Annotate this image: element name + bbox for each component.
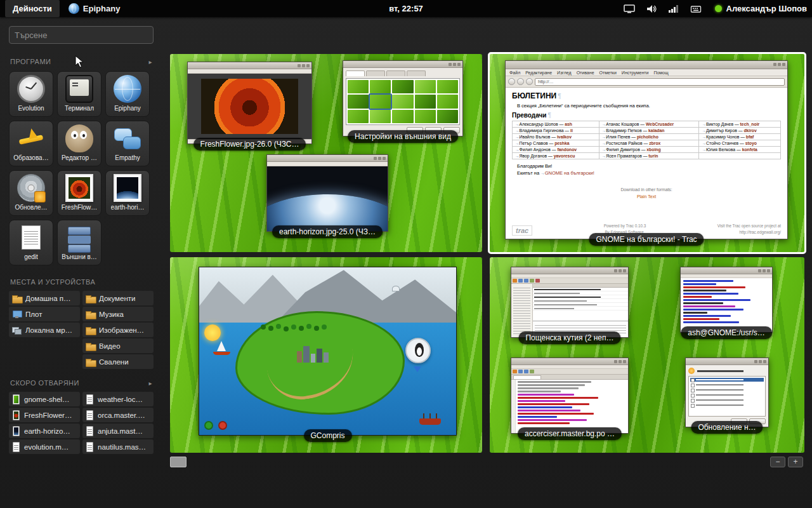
keyboard-indicator-icon[interactable] — [690, 4, 702, 14]
app-tile-gimp[interactable]: Редактор … — [57, 121, 102, 166]
place-label: Плот — [25, 311, 43, 318]
place-documents[interactable]: Документи — [82, 291, 154, 305]
sun-icon — [204, 324, 221, 341]
recent-label: nautilus.mas… — [98, 443, 146, 451]
window-evolution-mail[interactable]: Пощенска кутия (2 неп… — [511, 267, 629, 338]
desktop-icon — [12, 310, 22, 319]
recent-item[interactable]: earth-horizo… — [9, 424, 80, 438]
recent-item[interactable]: FreshFlower… — [9, 408, 80, 422]
app-tile-earth-horizon[interactable]: earth-hori… — [105, 170, 150, 216]
place-home[interactable]: Домашна п… — [9, 291, 80, 305]
app-tile-gcompris[interactable]: Образова… — [9, 121, 53, 166]
window-titlebar — [188, 62, 311, 69]
app-label: Epiphany — [114, 105, 141, 112]
remove-workspace-button[interactable]: − — [770, 457, 785, 467]
text-file-icon — [86, 442, 94, 452]
external-drives-icon — [65, 224, 93, 251]
window-appearance-settings[interactable]: Настройки на външния вид — [343, 60, 463, 137]
window-title-pill: FreshFlower.jpg-26.0 (ЧЗС… — [193, 138, 306, 150]
window-gedit[interactable]: accerciser.master.bg.po … — [511, 358, 629, 434]
programs-expand-arrow-icon[interactable]: ▸ — [148, 58, 152, 65]
trac-team-line: Екипът на →GNOME на български! — [512, 170, 781, 176]
window-epiphany-trac[interactable]: ФайлРедактиранеИзгледОтиванеОтметкиИнстр… — [505, 60, 788, 239]
back-button-icon — [508, 78, 515, 85]
window-title-pill: GNOME на български! - Trac — [589, 233, 704, 246]
add-workspace-button[interactable]: + — [788, 457, 803, 467]
app-menu[interactable]: Epiphany — [69, 3, 121, 14]
folder-icon — [86, 358, 95, 366]
window-titlebar — [681, 267, 772, 274]
volume-icon[interactable] — [646, 4, 657, 14]
display-icon[interactable] — [624, 4, 635, 14]
recent-item[interactable]: anjuta.mast… — [82, 424, 154, 438]
home-folder-icon — [12, 294, 22, 303]
recent-item[interactable]: nautilus.mas… — [82, 439, 154, 454]
trac-logo: trac — [512, 225, 532, 236]
place-music[interactable]: Музика — [82, 307, 154, 321]
gnome-shell-overview: Дейности Epiphany вт, 22:57 Александър Ш — [0, 0, 812, 508]
place-videos[interactable]: Видео — [82, 338, 154, 353]
recent-item[interactable]: weather-loc… — [82, 392, 154, 406]
window-gcompris[interactable]: GCompris — [199, 267, 457, 436]
place-downloads[interactable]: Свалени — [82, 354, 154, 369]
window-titlebar — [506, 61, 787, 69]
network-signal-icon[interactable] — [668, 4, 679, 14]
place-pictures[interactable]: Изображен… — [82, 323, 154, 337]
workspace-indicator[interactable] — [170, 457, 187, 467]
window-title-pill: Настройки на външния вид — [348, 130, 458, 143]
app-tile-gedit[interactable]: gedit — [9, 220, 53, 265]
appearance-dialog-body — [343, 68, 462, 136]
clock[interactable]: вт, 22:57 — [389, 4, 423, 13]
place-desktop[interactable]: Плот — [9, 307, 80, 321]
workspace-4[interactable]: Пощенска кутия (2 неп… ash@GNOME:/usr/s… — [490, 257, 804, 453]
top-bar: Дейности Epiphany вт, 22:57 Александър Ш — [0, 0, 812, 17]
image-earth-icon — [114, 174, 141, 202]
team-link: GNOME на български! — [545, 170, 594, 176]
browser-menubar: ФайлРедактиранеИзгледОтиванеОтметкиИнстр… — [506, 69, 787, 76]
recent-item[interactable]: orca.master.… — [82, 408, 154, 422]
place-label: Документи — [99, 295, 135, 302]
presence-available-icon — [715, 5, 722, 12]
activities-button[interactable]: Дейности — [5, 0, 60, 17]
image-file-icon — [12, 410, 20, 420]
window-titlebar — [511, 267, 628, 274]
section-recent-header: СКОРО ОТВАРЯНИ ▸ — [9, 379, 154, 387]
app-tile-external-drives[interactable]: Външни в… — [57, 220, 102, 265]
app-tile-freshflower[interactable]: FreshFlow… — [57, 170, 102, 216]
app-label: Evolution — [18, 105, 44, 112]
app-tile-empathy[interactable]: Empathy — [105, 121, 150, 166]
mail-body — [511, 284, 628, 337]
workspace-2-active[interactable]: ФайлРедактиранеИзгледОтиванеОтметкиИнстр… — [488, 52, 806, 254]
update-package-list — [688, 376, 766, 417]
recent-item[interactable]: evolution.m… — [9, 439, 80, 454]
evolution-icon — [17, 75, 45, 103]
address-bar: http://… — [535, 78, 785, 86]
sailboat — [217, 341, 226, 351]
image-viewer-canvas — [267, 166, 388, 231]
update-icon — [688, 368, 695, 374]
window-earth-horizon[interactable]: earth-horizon.jpg-25.0 (ЧЗ… — [266, 154, 388, 232]
recent-label: evolution.m… — [24, 443, 69, 451]
app-tile-terminal[interactable]: Терминал — [57, 71, 102, 117]
search-input[interactable] — [9, 26, 154, 44]
app-tile-software-update[interactable]: Обновле… — [9, 170, 53, 216]
workspace-1[interactable]: FreshFlower.jpg-26.0 (ЧЗС… Настройки на … — [170, 54, 482, 252]
place-local-network[interactable]: Локална мр… — [9, 323, 80, 337]
recent-item[interactable]: gnome-shel… — [9, 392, 80, 406]
recent-expand-arrow-icon[interactable]: ▸ — [148, 380, 152, 387]
app-tile-evolution[interactable]: Evolution — [9, 71, 53, 117]
image-flower-icon — [65, 174, 93, 202]
recent-label: gnome-shel… — [24, 396, 70, 403]
app-tile-epiphany[interactable]: Epiphany — [105, 71, 150, 117]
user-menu[interactable]: Александър Шопов — [715, 4, 807, 13]
mouse-cursor — [75, 55, 84, 68]
gimp-icon — [65, 124, 93, 152]
window-titlebar — [267, 155, 388, 162]
folder-icon — [86, 342, 95, 351]
trac-visit: Visit the Trac open source project athtt… — [717, 223, 781, 236]
window-software-update[interactable]: Обновление н… — [685, 358, 769, 427]
window-freshflower[interactable]: FreshFlower.jpg-26.0 (ЧЗС… — [187, 62, 312, 144]
menu-strip — [267, 162, 388, 166]
workspace-3[interactable]: GCompris — [170, 257, 482, 453]
window-terminal[interactable]: ash@GNOME:/usr/s… — [680, 267, 773, 333]
